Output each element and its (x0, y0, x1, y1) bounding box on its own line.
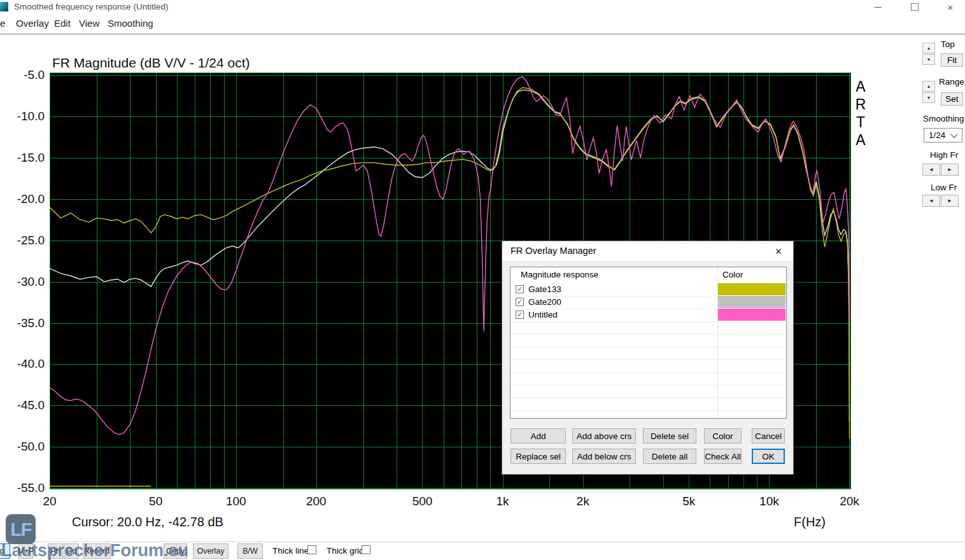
toolbar-button-gd[interactable]: Gd (64, 543, 79, 559)
menu-item-smoothing[interactable]: Smoothing (108, 18, 153, 29)
overlay-row-gate133[interactable]: ✓Gate133 (511, 283, 786, 297)
fit-button-label: Fit (947, 55, 957, 65)
title-bar[interactable]: Smoothed frequency response (Untitled) × (0, 0, 965, 14)
overlay-row-untitled[interactable]: ✓Untitled (511, 309, 786, 322)
lautsprecherforum-logo: LF (6, 514, 36, 544)
range-spin-up-button[interactable]: ▲ (922, 81, 935, 92)
dialog-button-color[interactable]: Color (704, 428, 742, 444)
y-tick-label: -55.0 (0, 481, 45, 495)
top-spinner[interactable]: ▲ ▼ (922, 43, 935, 66)
overlay-row-empty (511, 334, 786, 347)
y-tick-label: -45.0 (0, 398, 45, 412)
y-tick-label: -30.0 (0, 275, 45, 289)
x-tick-label: 50 (127, 494, 185, 508)
toolbar-button-overlay[interactable]: Overlay (193, 543, 229, 559)
maximize-icon (911, 3, 919, 11)
x-tick-label: 1k (474, 494, 532, 508)
x-tick-label: 20 (21, 494, 78, 508)
overlay-label: Gate133 (528, 284, 561, 294)
color-swatch-gate200[interactable] (718, 296, 785, 308)
dialog-button-add[interactable]: Add (511, 428, 566, 444)
y-tick-label: -20.0 (0, 192, 45, 206)
down-arrow-icon: ▼ (927, 57, 931, 62)
chevron-down-icon (950, 130, 957, 137)
x-tick-label: 20k (821, 494, 878, 508)
high-fr-label: High Fr (930, 150, 958, 160)
color-swatch-gate133[interactable] (718, 283, 785, 295)
up-arrow-icon: ▲ (927, 84, 931, 88)
range-spin-down-button[interactable]: ▼ (922, 92, 935, 103)
range-spinner[interactable]: ▲ ▼ (922, 81, 935, 104)
low-fr-label: Low Fr (931, 183, 957, 192)
right-arrow-icon: ► (947, 167, 952, 172)
dialog-button-check-all[interactable]: Check All (704, 449, 742, 464)
dialog-button-replace-sel[interactable]: Replace sel (511, 449, 566, 464)
chart-title: FR Magnitude (dB V/V - 1/24 oct) (52, 55, 250, 71)
overlay-row-empty (511, 385, 786, 398)
logo-text: LF (10, 519, 31, 540)
checkbox-untitled[interactable]: ✓ (516, 311, 524, 319)
range-label: Range (939, 77, 964, 87)
dialog-button-cancel[interactable]: Cancel (752, 428, 785, 444)
right-arrow-icon: ► (947, 198, 952, 204)
dialog-title-bar[interactable]: FR Overlay Manager × (502, 241, 793, 261)
high-fr-right-button[interactable]: ► (941, 164, 959, 176)
set-button[interactable]: Set (941, 92, 963, 106)
menu-item-file[interactable]: e (0, 18, 5, 29)
top-label: Top (941, 39, 955, 49)
toolbar-button-m-p[interactable]: M+P (18, 543, 33, 559)
dialog-close-button[interactable]: × (770, 244, 787, 259)
menu-item-overlay[interactable]: Overlay (16, 18, 49, 29)
set-button-label: Set (945, 94, 958, 104)
maximize-button[interactable] (900, 0, 929, 14)
minimize-button[interactable] (863, 0, 892, 14)
dialog-title: FR Overlay Manager (511, 246, 596, 256)
overlay-row-empty (511, 398, 786, 411)
smoothing-value: 1/24 (924, 130, 952, 140)
high-fr-left-button[interactable]: ◄ (922, 164, 940, 176)
toolbar-button-b-w[interactable]: B/W (237, 543, 263, 559)
x-tick-label: 10k (740, 494, 798, 508)
x-tick-label: 500 (393, 494, 451, 508)
menu-item-view[interactable]: View (79, 18, 99, 29)
up-arrow-icon: ▲ (927, 46, 931, 50)
dialog-button-delete-all[interactable]: Delete all (643, 449, 696, 464)
checkbox-thick-line[interactable] (307, 545, 316, 554)
high-fr-arrows: ◄ ► (922, 164, 959, 176)
top-spin-down-button[interactable]: ▼ (922, 54, 935, 65)
toolbar-button-ph[interactable]: Ph (48, 543, 63, 559)
fit-button[interactable]: Fit (941, 53, 963, 67)
close-button[interactable]: × (936, 0, 965, 14)
menu-item-edit[interactable]: Edit (54, 18, 71, 29)
dialog-button-add-above-crs[interactable]: Add above crs (572, 428, 636, 444)
dialog-button-add-below-crs[interactable]: Add below crs (572, 449, 636, 464)
close-icon: × (775, 245, 782, 258)
arta-letter: R (853, 95, 868, 113)
toolbar-button-copy[interactable]: Copy (164, 543, 187, 559)
color-swatch-untitled[interactable] (718, 309, 785, 321)
column-header-color: Color (722, 270, 743, 279)
low-fr-left-button[interactable]: ◄ (922, 195, 940, 207)
overlay-row-empty (511, 321, 786, 335)
low-fr-right-button[interactable]: ► (941, 195, 959, 207)
checkbox-gate133[interactable]: ✓ (516, 285, 524, 293)
smoothing-select[interactable]: 1/24 (924, 128, 962, 143)
y-tick-label: -40.0 (0, 357, 45, 371)
overlay-list[interactable]: Magnitude response Color ✓Gate133✓Gate20… (510, 267, 787, 419)
left-arrow-icon: ◄ (929, 167, 934, 172)
overlay-label: Untitled (528, 310, 558, 319)
checkbox-gate200[interactable]: ✓ (516, 298, 524, 306)
toolbar-button-mag[interactable]: Mag (0, 543, 10, 559)
window-title: Smoothed frequency response (Untitled) (14, 2, 168, 11)
dialog-button-ok[interactable]: OK (752, 449, 785, 464)
y-tick-label: -15.0 (0, 151, 45, 165)
y-tick-label: -25.0 (0, 234, 45, 248)
top-spin-up-button[interactable]: ▲ (922, 43, 935, 53)
overlay-row-gate200[interactable]: ✓Gate200 (511, 296, 786, 309)
dialog-button-delete-sel[interactable]: Delete sel (643, 428, 696, 444)
overlay-row-empty (511, 347, 786, 360)
checkbox-label-thick-grid: Thick grid (327, 546, 364, 556)
checkbox-thick-grid[interactable] (362, 545, 370, 554)
close-icon: × (948, 3, 954, 12)
toolbar-button-record[interactable]: Record (83, 543, 111, 559)
